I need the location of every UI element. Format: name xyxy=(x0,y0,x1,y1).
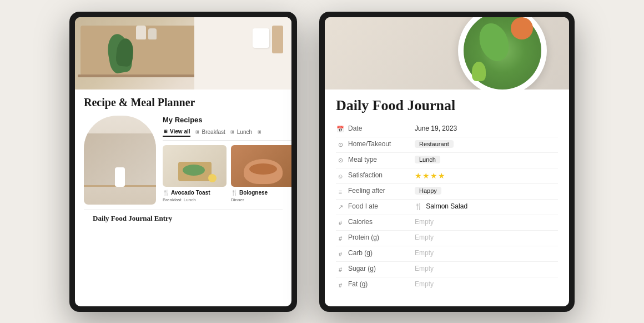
meal-type-value: Lunch xyxy=(415,156,440,163)
sugar-icon: # xyxy=(336,265,345,274)
utensils-icon: 🍴 xyxy=(415,203,422,210)
recipe-planner-title: Recipe & Meal Planner xyxy=(84,96,283,109)
fat-value: Empty xyxy=(415,280,434,288)
fat-row: # Fat (g) Empty xyxy=(336,277,558,293)
my-recipes-panel: My Recipes ⊞ View all ⊞ Breakfast xyxy=(163,116,291,205)
sugar-row: # Sugar (g) Empty xyxy=(336,262,558,277)
carb-label: Carb (g) xyxy=(348,249,415,257)
salad-plate xyxy=(458,17,547,90)
right-tablet-screen: Daily Food Journal 📅 Date June 19, 2023 … xyxy=(325,17,569,306)
satisfaction-stars: ★★★★ xyxy=(415,171,446,180)
home-takeout-label: Home/Takeout xyxy=(348,140,415,148)
calendar-icon: 📅 xyxy=(336,125,345,134)
meal-type-label: Meal type xyxy=(348,156,415,163)
calories-value: Empty xyxy=(415,218,434,226)
vase-decoration xyxy=(115,167,125,187)
protein-icon: # xyxy=(336,234,345,243)
left-main-content: Recipe & Meal Planner My Recipes xyxy=(75,90,291,234)
jar-decoration-1 xyxy=(136,26,146,39)
jar-decoration-2 xyxy=(148,28,157,39)
protein-row: # Protein (g) Empty xyxy=(336,231,558,246)
fork-knife-icon-1: 🍴 xyxy=(163,190,169,196)
satisfaction-label: Satisfaction xyxy=(348,171,415,179)
food-ate-row: ↗ Food I ate 🍴 Salmon Salad xyxy=(336,200,558,215)
bolognese-tags: Dinner xyxy=(231,197,291,202)
food-hero-image xyxy=(325,17,569,90)
satisfaction-icon: ☺ xyxy=(336,172,345,181)
date-value: June 19, 2023 xyxy=(415,125,457,132)
recipe-grid: 🍴 Avocado Toast Breakfast Lunch xyxy=(163,145,291,202)
date-row: 📅 Date June 19, 2023 xyxy=(336,122,558,137)
date-label: Date xyxy=(348,125,415,132)
restaurant-tag: Restaurant xyxy=(415,140,454,148)
carb-value: Empty xyxy=(415,249,434,257)
avocado-toast-name: 🍴 Avocado Toast xyxy=(163,190,227,196)
fork-knife-icon-2: 🍴 xyxy=(231,190,238,196)
calories-row: # Calories Empty xyxy=(336,215,558,231)
bottom-label: Daily Food Journal Entry xyxy=(84,209,283,227)
avocado-toast-image xyxy=(163,145,227,187)
fat-label: Fat (g) xyxy=(348,280,415,288)
pasta-bowl-decoration xyxy=(244,159,283,184)
tag-lunch: Lunch xyxy=(184,197,196,202)
grid-icon: ⊞ xyxy=(163,128,168,134)
my-recipes-title: My Recipes xyxy=(163,116,291,124)
food-ate-label: Food I ate xyxy=(348,202,415,210)
sugar-label: Sugar (g) xyxy=(348,265,415,272)
protein-value: Empty xyxy=(415,233,434,241)
left-tablet-screen: Recipe & Meal Planner My Recipes xyxy=(75,17,291,306)
pot-decoration xyxy=(253,28,269,48)
recipe-card-avocado[interactable]: 🍴 Avocado Toast Breakfast Lunch xyxy=(163,145,227,202)
kitchen-photo xyxy=(84,116,156,205)
right-side-decoration xyxy=(194,17,292,90)
home-icon: ⊙ xyxy=(336,141,345,150)
sugar-value: Empty xyxy=(415,265,434,272)
lunch-tag: Lunch xyxy=(415,156,440,163)
toast-decoration xyxy=(178,162,212,181)
home-takeout-value: Restaurant xyxy=(415,140,454,148)
right-tablet: Daily Food Journal 📅 Date June 19, 2023 … xyxy=(319,12,575,312)
calories-label: Calories xyxy=(348,218,415,226)
left-tablet: Recipe & Meal Planner My Recipes xyxy=(69,12,297,312)
carb-icon: # xyxy=(336,250,345,259)
feeling-icon: ≡ xyxy=(336,187,345,196)
tab-lunch[interactable]: ⊞ Lunch xyxy=(230,129,252,136)
journal-table: 📅 Date June 19, 2023 ⊙ Home/Takeout Rest… xyxy=(336,122,558,293)
left-body: My Recipes ⊞ View all ⊞ Breakfast xyxy=(84,116,283,205)
tab-more[interactable]: ⊞ xyxy=(256,129,262,136)
avocado-tags: Breakfast Lunch xyxy=(163,197,227,202)
grid-icon-2: ⊞ xyxy=(195,129,200,135)
grid-icon-4: ⊞ xyxy=(256,129,262,135)
fat-icon: # xyxy=(336,281,345,290)
journal-title: Daily Food Journal xyxy=(336,97,558,114)
recipe-card-bolognese[interactable]: 🍴 Bolognese Dinner xyxy=(231,145,291,202)
salad-orange-element xyxy=(511,17,533,39)
food-ate-icon: ↗ xyxy=(336,203,345,212)
protein-label: Protein (g) xyxy=(348,233,415,241)
grid-icon-3: ⊞ xyxy=(230,129,235,135)
food-ate-value: 🍴 Salmon Salad xyxy=(415,202,467,210)
calories-icon: # xyxy=(336,218,345,227)
carb-row: # Carb (g) Empty xyxy=(336,246,558,262)
journal-main: Daily Food Journal 📅 Date June 19, 2023 … xyxy=(325,90,569,293)
tag-breakfast: Breakfast xyxy=(163,197,182,202)
bolognese-name: 🍴 Bolognese xyxy=(231,190,291,196)
kitchen-hero-image xyxy=(75,17,291,90)
home-takeout-row: ⊙ Home/Takeout Restaurant xyxy=(336,137,558,153)
tab-breakfast[interactable]: ⊞ Breakfast xyxy=(195,129,225,136)
feeling-label: Feeling after xyxy=(348,187,415,195)
meal-type-row: ⊙ Meal type Lunch xyxy=(336,153,558,168)
feeling-row: ≡ Feeling after Happy xyxy=(336,184,558,200)
salad-herb xyxy=(472,62,486,81)
left-content: Recipe & Meal Planner My Recipes xyxy=(75,17,291,306)
lemon-decoration xyxy=(208,174,217,182)
happy-tag: Happy xyxy=(415,187,441,195)
recipe-tabs: ⊞ View all ⊞ Breakfast ⊞ Lunch xyxy=(163,128,291,141)
feeling-value: Happy xyxy=(415,187,441,195)
tag-dinner: Dinner xyxy=(231,197,244,202)
bolognese-image xyxy=(231,145,291,187)
tab-view-all[interactable]: ⊞ View all xyxy=(163,128,190,137)
utensils-decoration xyxy=(272,26,283,53)
right-content: Daily Food Journal 📅 Date June 19, 2023 … xyxy=(325,17,569,306)
meal-type-icon: ⊙ xyxy=(336,156,345,165)
